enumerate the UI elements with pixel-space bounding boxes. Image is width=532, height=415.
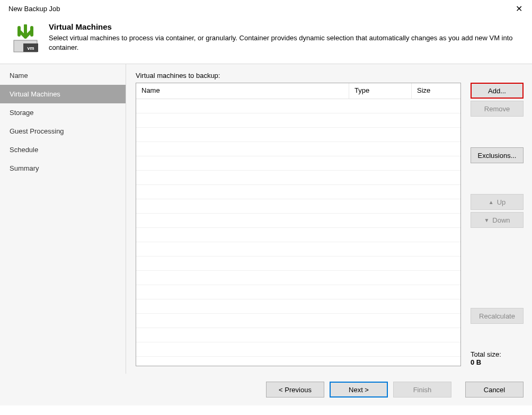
step-guest-processing[interactable]: Guest Processing	[0, 122, 126, 140]
wizard-header: vm Virtual Machines Select virtual machi…	[0, 17, 532, 64]
table-row	[136, 242, 460, 257]
col-name[interactable]: Name	[136, 83, 349, 99]
table-row	[136, 113, 460, 128]
step-schedule[interactable]: Schedule	[0, 140, 126, 159]
up-label: Up	[497, 198, 506, 206]
table-body[interactable]	[136, 99, 460, 366]
titlebar: New Backup Job ✕	[0, 0, 532, 17]
add-button[interactable]: Add...	[471, 83, 524, 99]
step-summary[interactable]: Summary	[0, 159, 126, 178]
wizard-steps: Name Virtual Machines Storage Guest Proc…	[0, 64, 126, 374]
table-row	[136, 285, 460, 299]
up-button: ▲ Up	[471, 194, 524, 210]
arrow-up-icon: ▲	[489, 199, 494, 205]
step-name[interactable]: Name	[0, 66, 126, 85]
table-row	[136, 328, 460, 342]
page-description: Select virtual machines to process via c…	[49, 33, 521, 52]
table-row	[136, 156, 460, 171]
cancel-button[interactable]: Cancel	[465, 382, 524, 398]
remove-button: Remove	[471, 101, 524, 117]
total-size-label: Total size:	[471, 350, 524, 358]
table-row	[136, 299, 460, 314]
step-storage[interactable]: Storage	[0, 103, 126, 122]
col-type[interactable]: Type	[349, 83, 412, 99]
next-button[interactable]: Next >	[330, 382, 388, 398]
total-size-value: 0 B	[471, 358, 524, 366]
table-row	[136, 128, 460, 142]
table-header: Name Type Size	[136, 83, 460, 99]
svg-text:vm: vm	[27, 46, 34, 51]
recalculate-button: Recalculate	[471, 308, 524, 324]
down-button: ▼ Down	[471, 212, 524, 228]
col-size[interactable]: Size	[412, 83, 460, 99]
table-row	[136, 271, 460, 285]
table-row	[136, 99, 460, 113]
table-row	[136, 257, 460, 271]
window-title: New Backup Job	[8, 5, 60, 13]
close-icon[interactable]: ✕	[511, 2, 527, 16]
previous-button[interactable]: < Previous	[266, 382, 324, 398]
exclusions-button[interactable]: Exclusions...	[471, 147, 524, 163]
main-panel: Virtual machines to backup: Name Type Si…	[126, 64, 532, 374]
wizard-footer: < Previous Next > Finish Cancel	[0, 374, 532, 405]
finish-button: Finish	[393, 382, 451, 398]
step-virtual-machines[interactable]: Virtual Machines	[0, 85, 126, 103]
list-label: Virtual machines to backup:	[136, 72, 524, 80]
table-row	[136, 142, 460, 156]
vm-icon: vm	[11, 24, 40, 54]
table-row	[136, 342, 460, 357]
arrow-down-icon: ▼	[484, 217, 489, 223]
table-row	[136, 171, 460, 185]
table-row	[136, 228, 460, 242]
down-label: Down	[492, 216, 510, 224]
table-row	[136, 185, 460, 199]
table-row	[136, 314, 460, 328]
vm-table[interactable]: Name Type Size	[136, 83, 461, 366]
table-row	[136, 214, 460, 228]
page-title: Virtual Machines	[49, 22, 521, 31]
wizard-body: Name Virtual Machines Storage Guest Proc…	[0, 64, 532, 374]
side-buttons: Add... Remove Exclusions... ▲ Up ▼ Down …	[471, 83, 524, 366]
table-row	[136, 199, 460, 214]
